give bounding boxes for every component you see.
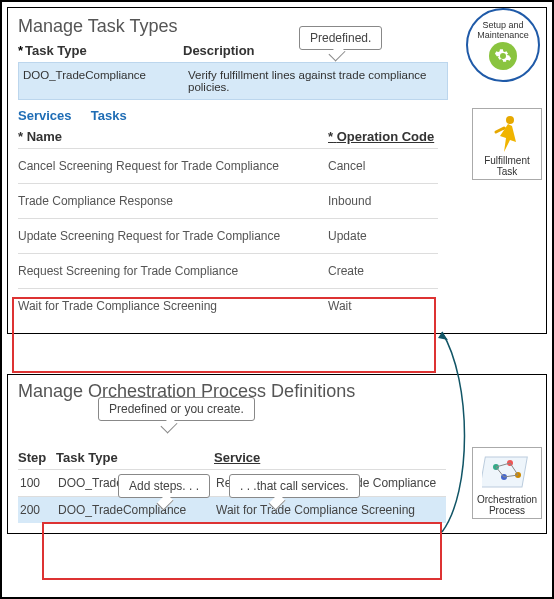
- task-type-description: Verify fulfillment lines against trade c…: [188, 69, 443, 93]
- orch-service: Wait for Trade Compliance Screening: [216, 503, 415, 517]
- svg-rect-1: [482, 457, 527, 487]
- badge-label: Setup and Maintenance: [468, 20, 538, 40]
- orch-tasktype: DOO_TradeCompliance: [58, 503, 216, 517]
- service-name: Wait for Trade Compliance Screening: [18, 299, 328, 313]
- service-op: Update: [328, 229, 428, 243]
- service-name: Cancel Screening Request for Trade Compl…: [18, 159, 328, 173]
- service-name: Update Screening Request for Trade Compl…: [18, 229, 328, 243]
- orch-columns: Step Task Type Service: [18, 450, 446, 465]
- gear-icon: [489, 42, 517, 70]
- runner-icon: [475, 113, 539, 155]
- orch-step: 100: [20, 476, 58, 490]
- service-row[interactable]: Trade Compliance Response Inbound: [18, 183, 438, 218]
- manage-task-types-panel: Manage Task Types *Task Type Description…: [7, 7, 547, 334]
- service-op: Create: [328, 264, 428, 278]
- tab-services[interactable]: Services: [18, 108, 72, 123]
- service-op: Inbound: [328, 194, 428, 208]
- badge-label: Fulfillment Task: [475, 155, 539, 177]
- manage-orchestration-panel: Manage Orchestration Process Definitions…: [7, 374, 547, 534]
- tabs: Services Tasks: [18, 108, 536, 123]
- process-diagram-icon: [475, 452, 539, 494]
- service-op: Cancel: [328, 159, 428, 173]
- task-type-value: DOO_TradeCompliance: [23, 69, 188, 93]
- task-type-columns: *Task Type Description: [18, 43, 536, 58]
- badge-label: Orchestration Process: [475, 494, 539, 516]
- col-name: Name: [27, 129, 62, 144]
- service-row[interactable]: Cancel Screening Request for Trade Compl…: [18, 148, 438, 183]
- service-row[interactable]: Request Screening for Trade Compliance C…: [18, 253, 438, 288]
- col-step: Step: [18, 450, 56, 465]
- service-row[interactable]: Update Screening Request for Trade Compl…: [18, 218, 438, 253]
- col-task-type: Task Type: [56, 450, 214, 465]
- col-task-type: Task Type: [25, 43, 87, 58]
- fulfillment-task-badge: Fulfillment Task: [472, 108, 542, 180]
- orch-row[interactable]: 200 DOO_TradeCompliance Wait for Trade C…: [18, 496, 446, 523]
- services-columns: * Name * Operation Code: [18, 129, 438, 148]
- tab-tasks[interactable]: Tasks: [91, 108, 127, 123]
- col-operation-code: Operation Code: [337, 129, 435, 144]
- orch-step: 200: [20, 503, 58, 517]
- svg-point-0: [506, 116, 514, 124]
- col-description: Description: [183, 43, 255, 58]
- callout-call-services: . . .that call services.: [229, 474, 360, 498]
- task-type-row[interactable]: DOO_TradeCompliance Verify fulfillment l…: [18, 62, 448, 100]
- service-name: Trade Compliance Response: [18, 194, 328, 208]
- page-title: Manage Task Types: [18, 16, 536, 37]
- page-title: Manage Orchestration Process Definitions: [18, 381, 536, 402]
- service-name: Request Screening for Trade Compliance: [18, 264, 328, 278]
- col-service: Service: [214, 450, 260, 465]
- orchestration-process-badge: Orchestration Process: [472, 447, 542, 519]
- setup-maintenance-badge: Setup and Maintenance: [466, 8, 540, 82]
- service-op: Wait: [328, 299, 428, 313]
- service-row[interactable]: Wait for Trade Compliance Screening Wait: [18, 288, 438, 323]
- callout-predefined-or-create: Predefined or you create.: [98, 397, 255, 421]
